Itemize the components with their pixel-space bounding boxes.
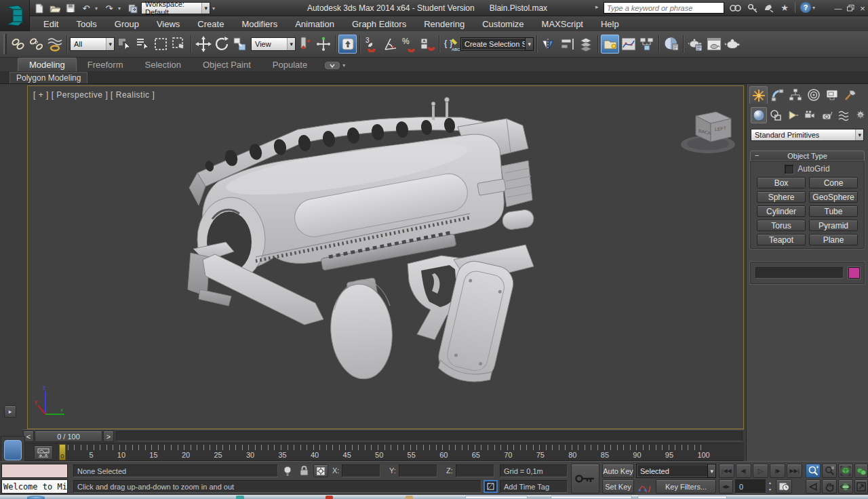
select-and-manipulate-button[interactable] [314, 35, 332, 54]
primitive-button-box[interactable]: Box [757, 177, 806, 188]
selection-filter-dropdown[interactable]: All ▾ [70, 37, 115, 51]
angle-snap-toggle-button[interactable] [381, 35, 399, 54]
windows-taskbar[interactable] [0, 495, 868, 499]
track-bar-frame-marker[interactable]: 0 [59, 444, 66, 460]
menu-create[interactable]: Create [189, 18, 232, 31]
frame-spinner[interactable]: ▴ ▾ [766, 479, 774, 494]
key-filters-button[interactable]: Key Filters... [656, 479, 716, 494]
taskbar-button[interactable] [465, 496, 528, 499]
primitive-button-plane[interactable]: Plane [809, 234, 858, 245]
primitive-button-pyramid[interactable]: Pyramid [809, 220, 858, 231]
taskbar-icon[interactable] [406, 496, 413, 499]
tab-create[interactable] [749, 86, 768, 104]
taskbar-icon[interactable] [236, 496, 244, 499]
primitive-button-sphere[interactable]: Sphere [757, 191, 806, 203]
restore-button[interactable] [845, 3, 856, 14]
set-key-button[interactable]: Set Key [602, 479, 634, 494]
category-shapes[interactable] [768, 107, 784, 123]
select-and-link-button[interactable] [9, 35, 27, 54]
autogrid-checkbox[interactable] [785, 165, 793, 174]
category-space-warps[interactable] [835, 107, 852, 123]
edit-named-selection-sets-button[interactable]: { }ABC [442, 35, 460, 54]
menu-modifiers[interactable]: Modifiers [233, 18, 285, 31]
time-configuration-button[interactable] [776, 479, 792, 494]
tab-hierarchy[interactable] [786, 86, 804, 104]
redo-button[interactable]: ↷ [102, 2, 116, 14]
pan-view-button[interactable] [822, 479, 837, 494]
project-folder-button[interactable] [125, 2, 139, 14]
maxscript-macro-recorder[interactable] [1, 464, 68, 478]
menu-tools[interactable]: Tools [68, 18, 104, 31]
absolute-mode-transform-toggle[interactable] [313, 464, 328, 477]
object-type-rollout-header[interactable]: − Object Type [750, 151, 865, 161]
menu-views[interactable]: Views [149, 18, 188, 31]
open-file-button[interactable] [48, 2, 62, 14]
ribbon-tab-selection[interactable]: Selection [134, 58, 192, 71]
play-animation-button[interactable]: ▷ [753, 464, 768, 478]
key-mode-dropdown[interactable]: Selected ▾ [636, 464, 716, 478]
keyboard-shortcut-override-toggle[interactable] [338, 35, 357, 54]
category-systems[interactable] [852, 107, 868, 123]
category-helpers[interactable] [818, 107, 835, 123]
next-frame-slider-button[interactable]: > [103, 431, 114, 442]
search-flyout-arrow[interactable]: ▸ [595, 3, 599, 10]
bind-to-space-warp-button[interactable] [45, 35, 64, 54]
ribbon-tab-populate[interactable]: Populate [262, 58, 318, 71]
taskbar-button[interactable] [551, 496, 632, 499]
help-dropdown-arrow[interactable]: ▾ [812, 5, 815, 11]
go-to-start-button[interactable]: |◀◀ [719, 464, 734, 478]
orbit-button[interactable] [838, 479, 853, 494]
zoom-extents-all-button[interactable] [854, 464, 868, 478]
time-slider-thumb[interactable]: 0 / 100 [35, 431, 102, 442]
schematic-view-button[interactable] [637, 35, 656, 54]
ribbon-tab-object-paint[interactable]: Object Paint [192, 58, 262, 71]
menu-rendering[interactable]: Rendering [416, 18, 473, 31]
default-in-out-tangents-button[interactable] [636, 479, 654, 494]
open-mini-curve-editor-button[interactable] [34, 445, 53, 460]
rendered-frame-window-button[interactable] [705, 35, 723, 54]
mirror-button[interactable] [540, 35, 558, 54]
primitive-button-geosphere[interactable]: GeoSphere [809, 191, 858, 203]
select-and-rotate-button[interactable] [212, 35, 231, 54]
material-editor-button[interactable] [662, 35, 680, 54]
object-color-swatch[interactable] [848, 267, 860, 279]
qat-flyout-arrow[interactable]: ▾ [212, 5, 218, 12]
manage-layers-button[interactable] [576, 35, 595, 54]
z-coordinate-input[interactable] [456, 464, 494, 477]
x-coordinate-input[interactable] [342, 464, 380, 477]
selection-lock-toggle[interactable] [297, 464, 311, 477]
menu-edit[interactable]: Edit [35, 18, 66, 31]
previous-frame-button[interactable]: ◀| [736, 464, 751, 478]
menu-maxscript[interactable]: MAXScript [534, 18, 591, 31]
spinner-snap-toggle-button[interactable] [418, 35, 436, 54]
favorites-star-icon[interactable]: ★ [778, 1, 791, 14]
new-file-button[interactable] [33, 2, 46, 14]
viewport-layout-tab[interactable] [1, 436, 25, 464]
window-crossing-toggle-button[interactable] [170, 35, 188, 54]
maxscript-mini-listener[interactable]: Welcome to Mi [1, 479, 68, 494]
taskbar-icon[interactable] [326, 496, 333, 499]
select-and-move-button[interactable] [194, 35, 212, 54]
category-lights[interactable] [785, 107, 801, 123]
next-frame-button[interactable]: |▶ [770, 464, 785, 478]
scene-explorer-icon[interactable] [484, 480, 498, 493]
communication-center-icon[interactable] [762, 3, 776, 14]
auto-key-button[interactable]: Auto Key [602, 464, 634, 478]
primitive-button-teapot[interactable]: Teapot [757, 234, 806, 245]
percent-snap-toggle-button[interactable]: % [399, 35, 418, 54]
redo-dropdown-arrow[interactable]: ▾ [118, 5, 123, 12]
save-button[interactable] [64, 2, 77, 14]
ribbon-tab-modeling[interactable]: Modeling [18, 58, 77, 71]
tab-modify[interactable] [768, 86, 786, 104]
viewport-label[interactable]: [ + ] [ Perspective ] [ Realistic ] [33, 90, 155, 100]
align-button[interactable] [558, 35, 576, 54]
zoom-button[interactable] [806, 464, 821, 478]
select-and-scale-button[interactable] [231, 35, 249, 54]
workspace-dropdown[interactable]: Workspace: Default ▾ [141, 2, 210, 14]
menu-graph-editors[interactable]: Graph Editors [344, 18, 414, 31]
toolbar-grip[interactable] [3, 34, 7, 54]
ribbon-minimize-control[interactable]: ▾ [325, 62, 345, 69]
tab-utilities[interactable] [841, 86, 859, 104]
field-of-view-button[interactable] [806, 479, 821, 494]
select-by-name-button[interactable] [133, 35, 151, 54]
